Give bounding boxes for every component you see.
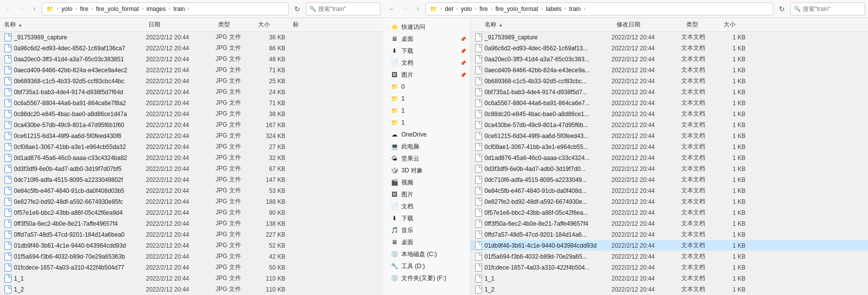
- left-col-name-header[interactable]: 名称 ▲: [4, 20, 148, 29]
- right-list-item[interactable]: 0ff3f50a-6ec2-4b0e-8e21-7affe49657f4 202…: [471, 218, 868, 229]
- left-list-item[interactable]: 0d1ad876-45a6-46c0-aaaa-c33c4324ba82 202…: [0, 152, 383, 163]
- right-list-item[interactable]: 0dc710f6-adfa-4515-8095-a2233049... 2022…: [471, 174, 868, 185]
- left-col-type-header[interactable]: 类型: [218, 20, 258, 29]
- left-list-item[interactable]: 1_1 2022/2/12 20:44 JPG 文件 110 KB: [0, 273, 383, 284]
- sidebar-item-jianguoyun[interactable]: 🌤 坚果云: [383, 152, 470, 164]
- file-size: 86 KB: [255, 45, 290, 52]
- sidebar-folder-0[interactable]: 📁 0: [383, 81, 470, 93]
- left-list-item[interactable]: 01fcdece-1657-4a03-a310-422f4b504d77 202…: [0, 262, 383, 273]
- sidebar-item-documents2[interactable]: 📄 文档: [383, 200, 470, 212]
- sidebar-item-documents[interactable]: 📄 文档 📌: [383, 57, 470, 69]
- sidebar-item-disk-c[interactable]: 💿 本地磁盘 (C:): [383, 248, 470, 260]
- left-list-item[interactable]: 0aecd409-8466-42bb-824a-e43ece9a4ec2 202…: [0, 65, 383, 76]
- left-list-item[interactable]: 0aa20ec0-3ff3-41d4-a3a7-65c03c383851 202…: [0, 54, 383, 65]
- right-list-item[interactable]: 0d1ad876-45a6-46c0-aaaa-c33c4324... 2022…: [471, 152, 868, 163]
- right-breadcrumb-fire[interactable]: fire: [479, 5, 489, 13]
- right-refresh-button[interactable]: ↻: [775, 2, 788, 15]
- left-list-item[interactable]: 0a96c6d2-ed93-4dec-8562-1c69af136ca7 202…: [0, 43, 383, 54]
- left-list-item[interactable]: 01f5a694-f3b6-4032-b89d-70e29a65363b 202…: [0, 251, 383, 262]
- right-list-item[interactable]: 01db9f46-3b61-4c1e-9440-b43984cdd93d 202…: [471, 240, 868, 251]
- right-breadcrumb-det[interactable]: det: [444, 5, 454, 13]
- right-list-item[interactable]: 0e84c5fb-e467-4840-91cb-da0f408d... 2022…: [471, 185, 868, 196]
- left-list-item[interactable]: 0dc710f6-adfa-4515-8095-a2233049802f 202…: [0, 174, 383, 185]
- right-breadcrumb-pc-icon[interactable]: 📁: [429, 5, 438, 13]
- left-list-item[interactable]: 0d3f3df9-6e0b-4ad7-adb0-3d19f7d07bf5 202…: [0, 163, 383, 174]
- left-list-item[interactable]: 0c88dc20-e845-4bac-bae0-a8d86ce1d47a 202…: [0, 109, 383, 120]
- left-breadcrumb-yolo[interactable]: yolo: [60, 5, 73, 13]
- right-breadcrumb-format[interactable]: fire_yolo_format: [495, 5, 539, 13]
- sidebar-item-pictures[interactable]: 🖼 图片 📌: [383, 69, 470, 81]
- right-list-item[interactable]: 1_2 2022/2/12 20:44 文本文档 1 KB: [471, 284, 868, 295]
- right-col-size-header[interactable]: 大小: [724, 20, 753, 29]
- left-list-item[interactable]: 0e827fe2-bd92-48df-a592-6674930e85fc 202…: [0, 196, 383, 207]
- left-list-item[interactable]: 01db9f46-3b61-4c1e-9440-b43984cdd93d 202…: [0, 240, 383, 251]
- right-breadcrumb-labels[interactable]: labels: [545, 5, 562, 13]
- sidebar-item-download[interactable]: ⬇ 下载 📌: [383, 45, 470, 57]
- right-list-item[interactable]: 0f57e1e6-bbc2-43bb-a86f-05c42f6ea... 202…: [471, 207, 868, 218]
- left-list-item[interactable]: 0ff3f50a-6ec2-4b0e-8e21-7affe49657f4 202…: [0, 218, 383, 229]
- left-col-date-header[interactable]: 日期: [148, 20, 218, 29]
- left-col-size-header[interactable]: 大小: [258, 20, 293, 29]
- left-list-item[interactable]: 0cf08ae1-3067-41bb-a3e1-e964cb55da32 202…: [0, 142, 383, 152]
- left-forward-button[interactable]: →: [16, 3, 27, 14]
- left-list-item[interactable]: 0ce61215-6d34-49f9-aa6d-5f0feed430f8 202…: [0, 131, 383, 142]
- right-forward-button[interactable]: →: [399, 3, 410, 14]
- right-up-button[interactable]: ↑: [412, 3, 423, 14]
- left-refresh-button[interactable]: ↻: [291, 2, 304, 15]
- right-list-item[interactable]: 0c6a5567-8804-44a6-ba91-864ca6e7... 2022…: [471, 98, 868, 109]
- sidebar-item-desktop2[interactable]: 🖥 桌面: [383, 236, 470, 248]
- right-list-item[interactable]: _91753989_capture 2022/2/12 20:44 文本文档 1…: [471, 32, 868, 43]
- sidebar-item-pictures2[interactable]: 🖼 图片: [383, 188, 470, 200]
- right-breadcrumb-train[interactable]: train: [568, 5, 582, 13]
- left-up-button[interactable]: ↑: [29, 3, 40, 14]
- right-col-mdate-header[interactable]: 修改日期: [617, 20, 686, 29]
- right-list-item[interactable]: 1_1 2022/2/12 20:44 文本文档 1 KB: [471, 273, 868, 284]
- right-list-item[interactable]: 0ce61215-6d34-49f9-aa6d-5f0feed43... 202…: [471, 131, 868, 142]
- sidebar-item-video[interactable]: 🎬 视频: [383, 176, 470, 188]
- right-list-item[interactable]: 0aa20ec0-3ff3-41d4-a3a7-65c03c383... 202…: [471, 54, 868, 65]
- left-list-item[interactable]: 1_2 2022/2/12 20:44 JPG 文件 110 KB: [0, 284, 383, 295]
- right-list-item[interactable]: 0ffd7a57-48d5-47cd-9201-184d14a6... 2022…: [471, 229, 868, 240]
- left-list-item[interactable]: _91753989_capture 2022/2/12 20:44 JPG 文件…: [0, 32, 383, 43]
- right-back-button[interactable]: ←: [386, 3, 397, 14]
- sidebar-item-music[interactable]: 🎵 音乐: [383, 224, 470, 236]
- left-breadcrumb-images[interactable]: images: [145, 5, 167, 13]
- left-list-item[interactable]: 0e84c5fb-e467-4840-91cb-da0f408d03b5 202…: [0, 185, 383, 196]
- right-list-item[interactable]: 0cf08ae1-3067-41bb-a3e1-e964cb55... 2022…: [471, 142, 868, 152]
- right-list-item[interactable]: 0bf735a1-bab3-4de4-9174-d938f5d7... 2022…: [471, 87, 868, 98]
- sidebar-folder-1b[interactable]: 📁 1: [383, 105, 470, 117]
- left-list-item[interactable]: 0ffd7a57-48d5-47cd-9201-184d14a6bea0 202…: [0, 229, 383, 240]
- left-breadcrumb-train[interactable]: train: [172, 5, 186, 13]
- right-search-input[interactable]: [803, 5, 862, 12]
- sidebar-item-disk-d[interactable]: 🔧 工具 (D:): [383, 260, 470, 272]
- left-breadcrumb-pc-icon[interactable]: 📁: [45, 5, 55, 13]
- sidebar-item-3dobjects[interactable]: 🎲 3D 对象: [383, 164, 470, 176]
- left-breadcrumb-format[interactable]: fire_yolo_format: [95, 5, 140, 13]
- right-list-item[interactable]: 0b689368-c1c5-4b33-92d5-ccf83cbc... 2022…: [471, 76, 868, 87]
- left-list-item[interactable]: 0c6a5567-8804-44a6-ba91-864ca6e7f8a2 202…: [0, 98, 383, 109]
- sidebar-item-download2[interactable]: ⬇ 下载: [383, 212, 470, 224]
- left-breadcrumb-fire[interactable]: fire: [79, 5, 90, 13]
- right-col-name-header[interactable]: 名称 ▲: [485, 20, 617, 29]
- right-breadcrumb-yolo[interactable]: yolo: [460, 5, 473, 13]
- right-list-item[interactable]: 01f5a694-f3b6-4032-b89d-70e29a65... 2022…: [471, 251, 868, 262]
- sidebar-folder-1c[interactable]: 📁 1: [383, 117, 470, 129]
- sidebar-folder-1a[interactable]: 📁 1: [383, 93, 470, 105]
- right-list-item[interactable]: 0c88dc20-e845-4bac-bae0-a8d86ce1... 2022…: [471, 109, 868, 120]
- right-col-type-header[interactable]: 类型: [686, 20, 724, 29]
- left-list-item[interactable]: 0b689368-c1c5-4b33-92d5-ccf83cbc44bc 202…: [0, 76, 383, 87]
- right-list-item[interactable]: 0aecd409-8466-42bb-824a-e43ece9a... 2022…: [471, 65, 868, 76]
- right-list-item[interactable]: 0e827fe2-bd92-48df-a592-6674930e... 2022…: [471, 196, 868, 207]
- right-list-item[interactable]: 01fcdece-1657-4a03-a310-422f4b504... 202…: [471, 262, 868, 273]
- right-list-item[interactable]: 0a96c6d2-ed93-4dec-8562-1c69af13... 2022…: [471, 43, 868, 54]
- left-back-button[interactable]: ←: [3, 3, 14, 14]
- sidebar-item-disk-f[interactable]: 💿 文件夹(又要) (F:): [383, 272, 470, 284]
- sidebar-item-desktop[interactable]: 🖥 桌面 📌: [383, 33, 470, 45]
- left-search-input[interactable]: [318, 5, 377, 12]
- left-list-item[interactable]: 0bf735a1-bab3-4de4-9174-d938f5d7f64d 202…: [0, 87, 383, 98]
- right-list-item[interactable]: 0d3f3df9-6e0b-4ad7-adb0-3d19f7d0... 2022…: [471, 163, 868, 174]
- left-list-item[interactable]: 0ca430be-57db-49c9-801a-47d95f6b1f60 202…: [0, 120, 383, 131]
- sidebar-item-onedrive[interactable]: ☁ OneDrive: [383, 129, 470, 141]
- right-list-item[interactable]: 0ca430be-57db-49c9-801a-47d95f6b... 2022…: [471, 120, 868, 131]
- left-list-item[interactable]: 0f57e1e6-bbc2-43bb-a86f-05c42f6ea9d4 202…: [0, 207, 383, 218]
